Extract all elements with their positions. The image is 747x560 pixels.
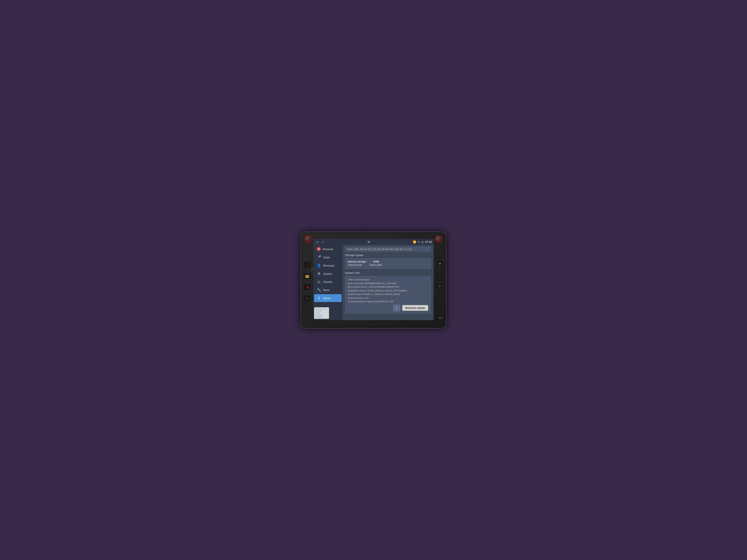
music-button[interactable]: ♪ <box>436 272 444 278</box>
bluetooth-status-icon: ✦ <box>418 240 420 243</box>
sidebar-label-system: System <box>323 272 332 275</box>
window-icon[interactable]: ⧉ <box>368 240 370 244</box>
sticker-line1: ② Please peel off this mask <box>315 308 328 312</box>
bluetooth-button[interactable]: ✦ <box>436 260 444 267</box>
wifi-icon: 📶 <box>413 240 416 243</box>
status-left: ◁ ⌂ <box>315 240 325 244</box>
bluetooth-icon: ✦ <box>438 262 441 266</box>
storage-row-values: Total:32.0GB Total:4.0GB <box>348 264 428 266</box>
detection-update-button[interactable]: Detection update <box>402 305 428 311</box>
system-icon: ⚙ <box>317 272 321 276</box>
location-icon: ◎ <box>421 240 423 243</box>
sidebar-item-personal[interactable]: 👤 Personal <box>314 262 341 269</box>
storage-section-title: Storage Space <box>345 254 431 257</box>
sidebar-item-reverse[interactable]: R Reverse <box>314 245 341 253</box>
sidebar-item-voice[interactable]: 🎤 Voice <box>314 253 341 261</box>
sysinfo-box: CAN version:Unknown Boot version:M8_SAT0… <box>345 276 431 313</box>
nav-home-button[interactable]: ⌂ <box>321 240 325 244</box>
sidebar-item-factory[interactable]: 🗂 Factory <box>314 278 341 286</box>
undo-icon: ↩ <box>438 284 441 288</box>
sidebar-item-more[interactable]: 🔧 More <box>314 286 341 294</box>
sysinfo-android: Android Version: 12.0 <box>348 296 428 300</box>
ram-total: Total:4.0GB <box>369 264 382 266</box>
reverse-icon: R <box>317 247 321 251</box>
sidebar-label-voice: Voice <box>323 256 330 259</box>
about-icon: ℹ <box>317 296 321 300</box>
undo-button[interactable]: ↩ <box>436 283 444 290</box>
radio-icon: 📻 <box>305 274 309 278</box>
back-button[interactable]: ◀ <box>303 284 311 290</box>
home-button[interactable]: ⌂ <box>303 261 311 268</box>
personal-icon: 👤 <box>317 263 321 267</box>
rst-label: RST <box>439 317 443 319</box>
sidebar-label-reverse: Reverse <box>323 247 333 251</box>
knob-top-right[interactable] <box>435 236 442 243</box>
version-bar: GN5S_20BE_W22.49.3TE_22B_W22.49.3|RGN5S_… <box>345 247 431 251</box>
sidebar-item-about[interactable]: ℹ About <box>314 294 341 302</box>
knob-top-left[interactable] <box>305 236 312 243</box>
internal-storage-label: Internal storage <box>348 260 366 263</box>
content-panel: GN5S_20BE_W22.49.3TE_22B_W22.49.3|RGN5S_… <box>342 245 434 320</box>
ram-label: RAM <box>374 260 379 263</box>
sysinfo-boot: Boot version:M8_SAT080B030I36Y03_0_20230… <box>348 282 428 286</box>
sysinfo-system: System version:TS10S.2.1_20240112.163948… <box>348 293 428 296</box>
sysinfo-app: Application version: TS10S_20240112.1641… <box>348 289 428 293</box>
status-bar: ◁ ⌂ ⧉ 📶 ✦ ◎ 17:14 <box>313 239 434 245</box>
sysinfo-can: CAN version:Unknown <box>348 278 428 282</box>
music-icon: ♪ <box>439 273 441 277</box>
info-button[interactable]: i <box>393 304 400 311</box>
radio-button[interactable]: 📻 <box>303 272 311 279</box>
sticker-line2: AFTER application completed <box>315 312 328 318</box>
sidebar-label-personal: Personal <box>323 264 334 267</box>
home-icon: ⌂ <box>306 263 308 267</box>
more-icon: 🔧 <box>317 288 321 292</box>
minus-button[interactable]: — <box>303 295 311 302</box>
status-right: 📶 ✦ ◎ 17:14 <box>413 240 432 243</box>
car-head-unit: MIC ⌂ 📻 ◀ — ✦ ♪ ↩ — RST ◁ ⌂ ⧉ <box>301 232 446 328</box>
screen: ◁ ⌂ ⧉ 📶 ✦ ◎ 17:14 R Reverse � <box>313 239 434 320</box>
clock: 17:14 <box>425 240 432 243</box>
mic-label: MIC <box>311 268 313 271</box>
internal-storage-total: Total:32.0GB <box>348 264 362 266</box>
sidebar-label-about: About <box>323 297 330 300</box>
action-row: i Detection update <box>348 304 428 311</box>
sidebar-item-system[interactable]: ⚙ System <box>314 270 341 277</box>
nav-back-button[interactable]: ◁ <box>315 240 319 244</box>
right-minus-button[interactable]: — <box>436 294 444 301</box>
storage-box: Internal storage RAM Total:32.0GB Total:… <box>345 258 431 269</box>
sidebar-label-more: More <box>323 288 329 292</box>
sidebar-label-factory: Factory <box>323 280 332 283</box>
voice-icon: 🎤 <box>317 255 321 259</box>
peel-sticker: ② Please peel off this mask AFTER applic… <box>314 307 329 319</box>
right-minus-icon: — <box>438 295 441 299</box>
back-arrow-icon: ◀ <box>306 285 309 289</box>
sysinfo-section-title: System Info <box>345 271 431 274</box>
minus-icon: — <box>306 296 309 300</box>
sysinfo-carsetting: CarSetting Version: master_Dev.20240104_… <box>348 300 428 303</box>
main-content: R Reverse 🎤 Voice 👤 Personal ⚙ System 🗂 <box>313 245 434 320</box>
storage-row-labels: Internal storage RAM <box>348 260 428 263</box>
status-center: ⧉ <box>368 240 370 244</box>
sysinfo-mcu: MCU version:Ts10.1.1-100-10-A5C69D-22082… <box>348 285 428 289</box>
factory-icon: 🗂 <box>317 280 321 284</box>
